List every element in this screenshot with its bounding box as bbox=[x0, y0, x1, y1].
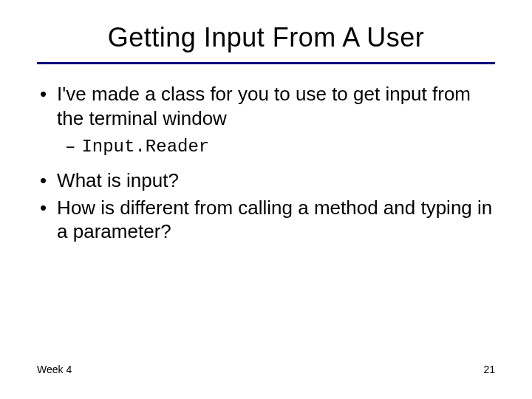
slide-footer: Week 4 21 bbox=[37, 364, 495, 375]
bullet-text: What is input? bbox=[57, 168, 179, 193]
bullet-item: • What is input? bbox=[38, 168, 495, 193]
footer-page-number: 21 bbox=[483, 364, 495, 375]
slide-content: • I've made a class for you to use to ge… bbox=[37, 82, 495, 244]
slide-container: Getting Input From A User • I've made a … bbox=[0, 0, 532, 399]
bullet-text: I've made a class for you to use to get … bbox=[57, 82, 495, 130]
slide-title: Getting Input From A User bbox=[37, 22, 495, 64]
bullet-marker-icon: • bbox=[40, 196, 47, 220]
dash-marker-icon: – bbox=[65, 136, 75, 158]
footer-left: Week 4 bbox=[37, 364, 72, 375]
bullet-marker-icon: • bbox=[40, 82, 47, 106]
sub-bullet-text: Input.Reader bbox=[81, 136, 209, 158]
sub-bullet-item: – Input.Reader bbox=[65, 136, 495, 158]
bullet-item: • How is different from calling a method… bbox=[38, 196, 495, 244]
bullet-item: • I've made a class for you to use to ge… bbox=[38, 82, 495, 130]
bullet-marker-icon: • bbox=[40, 168, 47, 193]
bullet-text: How is different from calling a method a… bbox=[57, 196, 495, 244]
